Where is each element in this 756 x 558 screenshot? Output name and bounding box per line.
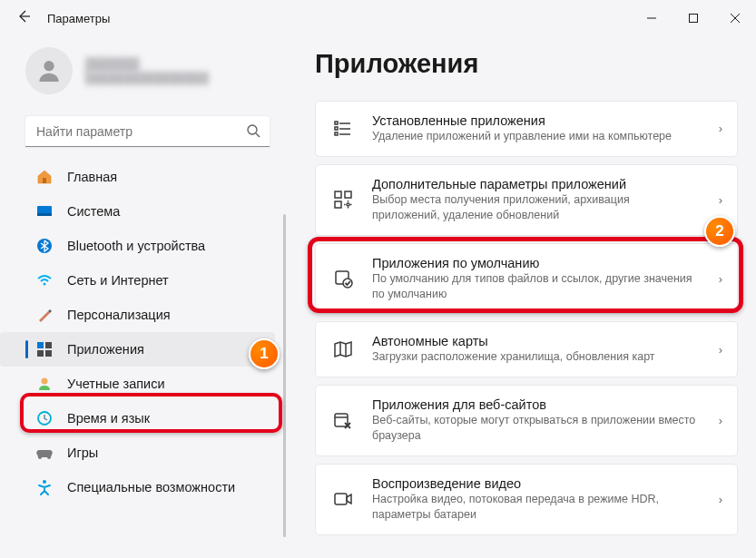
svg-point-30 <box>343 279 352 288</box>
apps-icon <box>36 341 53 357</box>
card-title: Автономные карты <box>372 334 701 348</box>
nav-accessibility[interactable]: Специальные возможности <box>0 470 275 504</box>
svg-rect-22 <box>335 122 338 124</box>
nav-label: Приложения <box>67 342 144 357</box>
nav-apps[interactable]: Приложения <box>0 332 275 367</box>
svg-rect-12 <box>37 342 44 348</box>
svg-point-11 <box>44 283 46 286</box>
back-button[interactable] <box>16 9 31 27</box>
svg-rect-32 <box>335 494 347 504</box>
svg-rect-24 <box>335 132 338 135</box>
svg-rect-1 <box>690 15 698 23</box>
card-video-playback[interactable]: Воспроизведение видеоНастройка видео, по… <box>315 464 738 535</box>
titlebar: Параметры <box>0 0 756 36</box>
profile-name: ██████ <box>85 57 209 72</box>
nav-label: Игры <box>67 445 98 460</box>
card-title: Дополнительные параметры приложений <box>372 177 701 191</box>
svg-rect-13 <box>45 342 52 348</box>
card-title: Установленные приложения <box>372 113 701 128</box>
map-icon <box>332 338 354 360</box>
chevron-right-icon: › <box>719 493 722 506</box>
app-settings-icon <box>332 189 354 210</box>
chevron-right-icon: › <box>719 414 722 427</box>
nav-personalization[interactable]: Персонализация <box>0 298 275 332</box>
bluetooth-icon <box>36 238 53 254</box>
system-icon <box>36 203 53 220</box>
window-controls <box>631 0 756 36</box>
accessibility-icon <box>36 479 53 495</box>
search-icon <box>246 123 260 142</box>
nav-label: Учетные записи <box>67 377 165 391</box>
card-sub: Удаление приложений и управление ими на … <box>372 129 701 144</box>
close-button[interactable] <box>714 0 756 36</box>
nav-system[interactable]: Система <box>0 194 275 229</box>
svg-rect-23 <box>335 127 338 130</box>
annotation-marker-2: 2 <box>704 216 735 247</box>
sidebar: ██████ ████████████████ Главная Система … <box>0 36 286 558</box>
card-default-apps[interactable]: Приложения по умолчаниюПо умолчанию для … <box>315 243 738 315</box>
card-offline-maps[interactable]: Автономные картыЗагрузки расположение хр… <box>315 321 738 377</box>
chevron-right-icon: › <box>719 272 722 286</box>
profile-email: ████████████████ <box>85 72 209 84</box>
home-icon <box>36 169 53 185</box>
card-installed-apps[interactable]: Установленные приложенияУдаление приложе… <box>315 101 738 157</box>
card-advanced-app-settings[interactable]: Дополнительные параметры приложенийВыбор… <box>315 164 738 236</box>
list-icon <box>332 118 354 140</box>
chevron-right-icon: › <box>719 193 722 207</box>
minimize-button[interactable] <box>631 0 673 36</box>
svg-rect-7 <box>43 178 46 183</box>
annotation-marker-1: 1 <box>249 338 280 369</box>
nav-time[interactable]: Время и язык <box>0 401 275 436</box>
nav-label: Специальные возможности <box>67 480 235 494</box>
svg-rect-9 <box>37 213 52 216</box>
maximize-button[interactable] <box>673 0 714 36</box>
card-title: Воспроизведение видео <box>372 476 701 491</box>
page-title: Приложения <box>315 49 738 79</box>
nav-gaming[interactable]: Игры <box>0 436 275 470</box>
card-sub: Настройка видео, потоковая передача в ре… <box>372 492 701 523</box>
nav-label: Главная <box>67 170 117 184</box>
svg-point-28 <box>347 203 349 206</box>
nav-home[interactable]: Главная <box>0 160 275 194</box>
svg-point-5 <box>248 125 257 134</box>
card-sub: По умолчанию для типов файлов и ссылок, … <box>372 271 701 302</box>
search-input[interactable] <box>25 116 270 147</box>
wifi-icon <box>36 272 53 289</box>
svg-line-6 <box>256 133 260 137</box>
gaming-icon <box>36 445 53 461</box>
avatar <box>25 47 73 94</box>
svg-rect-26 <box>345 191 351 198</box>
svg-point-18 <box>43 480 46 484</box>
accounts-icon <box>36 376 53 392</box>
clock-icon <box>36 410 53 426</box>
website-apps-icon <box>332 410 354 432</box>
card-title: Приложения по умолчанию <box>372 256 701 270</box>
nav-label: Система <box>67 204 120 219</box>
default-apps-icon <box>332 268 354 289</box>
profile-block[interactable]: ██████ ████████████████ <box>0 44 286 111</box>
svg-rect-25 <box>335 191 341 198</box>
nav-label: Время и язык <box>67 411 150 426</box>
search-box[interactable] <box>25 116 270 147</box>
chevron-right-icon: › <box>719 343 722 357</box>
nav-label: Сеть и Интернет <box>67 273 169 288</box>
chevron-right-icon: › <box>719 122 722 135</box>
nav-network[interactable]: Сеть и Интернет <box>0 263 275 298</box>
main-content: Приложения Установленные приложенияУдале… <box>286 36 756 558</box>
card-sub: Веб-сайты, которые могут открываться в п… <box>372 413 701 444</box>
card-apps-for-websites[interactable]: Приложения для веб-сайтовВеб-сайты, кото… <box>315 385 738 456</box>
card-title: Приложения для веб-сайтов <box>372 397 701 412</box>
nav-label: Персонализация <box>67 308 171 322</box>
svg-rect-27 <box>335 201 341 208</box>
brush-icon <box>36 307 53 323</box>
window-title: Параметры <box>47 12 110 25</box>
nav-list: Главная Система Bluetooth и устройства С… <box>0 160 286 558</box>
svg-point-4 <box>44 61 54 71</box>
svg-point-16 <box>42 378 48 385</box>
nav-bluetooth[interactable]: Bluetooth и устройства <box>0 229 275 263</box>
nav-accounts[interactable]: Учетные записи <box>0 367 275 401</box>
nav-label: Bluetooth и устройства <box>67 239 205 253</box>
svg-rect-14 <box>37 350 44 357</box>
card-sub: Выбор места получения приложений, архива… <box>372 192 701 223</box>
svg-rect-15 <box>45 350 52 357</box>
